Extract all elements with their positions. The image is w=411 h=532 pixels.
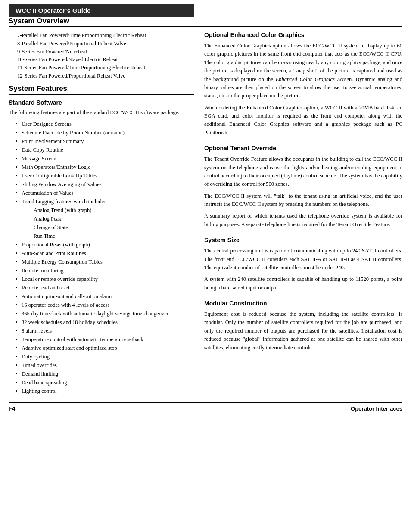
system-size-title: System Size — [204, 236, 402, 243]
feature-item: 16 operator codes with 4 levels of acces… — [16, 301, 194, 309]
feature-item: User Designed Screens — [16, 120, 194, 128]
feature-item: Trend Logging features which include: An… — [16, 197, 194, 240]
feature-item: Dead band spreading — [16, 378, 194, 387]
feature-item: Accumulation of Values — [16, 189, 194, 197]
feature-item: Multiple Energy Consumption Tables — [16, 258, 194, 266]
feature-item: Data Copy Routine — [16, 146, 194, 154]
optional-tenant-para-1: The Tenant Override Feature allows the o… — [204, 155, 402, 189]
footer: I-4 Operator Interfaces — [9, 402, 402, 412]
system-size-section: System Size The central processing unit … — [204, 236, 402, 292]
optional-tenant-title: Optional Tenant Override — [204, 145, 402, 152]
right-column: Optional Enhanced Color Graphics The Enh… — [204, 31, 402, 395]
trend-item: Analog Peak — [34, 215, 194, 223]
feature-item: Math Operators/Enthalpy Logic — [16, 163, 194, 171]
system-features-section: System Features Standard Software The fo… — [9, 84, 194, 396]
left-column: 7-Parallel Fan Powered/Time Proportionin… — [9, 31, 194, 395]
standard-software-section: Standard Software The following features… — [9, 99, 194, 396]
feature-list-1: User Designed Screens Schedule Override … — [16, 120, 194, 395]
feature-item: Local or remote override capability — [16, 275, 194, 283]
trend-sub-list: Analog Trend (with graph) Analog Peak Ch… — [34, 206, 194, 240]
feature-item: Timed overrides — [16, 361, 194, 370]
standard-software-intro: The following features are part of the s… — [9, 109, 194, 117]
italic-phrase: Enhanced Color Graphics Scree — [276, 76, 349, 82]
two-col-layout: 7-Parallel Fan Powered/Time Proportionin… — [9, 31, 402, 395]
optional-color-para-1: The Enhanced Color Graphics option allow… — [204, 42, 402, 100]
optional-color-section: Optional Enhanced Color Graphics The Enh… — [204, 31, 402, 137]
feature-item: Temperature control with automatic tempe… — [16, 335, 194, 344]
feature-item: 32 week schedules and 18 holiday schedul… — [16, 318, 194, 327]
system-size-para-1: The central processing unit is capable o… — [204, 247, 402, 272]
system-size-para-2: A system with 240 satellite controllers … — [204, 275, 402, 292]
feature-item: Auto-Scan and Print Routines — [16, 249, 194, 258]
pre-list: 7-Parallel Fan Powered/Time Proportionin… — [17, 31, 194, 80]
feature-item: Remote monitoring — [16, 266, 194, 275]
feature-item: Adaptive optimized start and optimized s… — [16, 344, 194, 352]
feature-item: Sliding Window Averaging of Values — [16, 180, 194, 189]
standard-software-title: Standard Software — [9, 99, 194, 106]
pre-item-3: 9-Series Fan Powered/No reheat — [17, 48, 194, 56]
feature-item: User Configurable Look Up Tables — [16, 171, 194, 180]
pre-item-5: 11-Series Fan Powered/Time Proportioning… — [17, 64, 194, 72]
feature-item: Automatic print-out and call-out on alar… — [16, 292, 194, 301]
modular-para-1: Equipment cost is reduced because the sy… — [204, 310, 402, 352]
feature-item: Schedule Override by Room Number (or nam… — [16, 128, 194, 137]
header-title: WCC II Operator's Guide — [16, 7, 90, 14]
pre-item-1: 7-Parallel Fan Powered/Time Proportionin… — [17, 31, 194, 40]
feature-item: Demand limiting — [16, 370, 194, 378]
pre-item-4: 10-Series Fan Powered/Staged Electric Re… — [17, 56, 194, 64]
feature-item: Lighting control — [16, 387, 194, 395]
footer-section-name: Operator Interfaces — [351, 405, 402, 412]
feature-item: Remote read and reset — [16, 283, 194, 292]
optional-color-para-2: When ordering the Enhanced Color Graphic… — [204, 104, 402, 137]
trend-item: Run Time — [34, 232, 194, 240]
feature-item: Message Screen — [16, 154, 194, 163]
feature-item: Point Involvement Summary — [16, 137, 194, 146]
system-overview-section: System Overview — [9, 17, 402, 27]
feature-item: 365 day timeclock with automatic dayligh… — [16, 309, 194, 318]
modular-title: Modular Construction — [204, 300, 402, 307]
trend-item: Change of State — [34, 223, 194, 232]
optional-tenant-para-2: The ECC/WCC II system will "talk" to the… — [204, 192, 402, 209]
pre-item-2: 8-Parallel Fan Powered/Proportional Rehe… — [17, 40, 194, 48]
system-features-title: System Features — [9, 84, 194, 95]
trend-item: Analog Trend (with graph) — [34, 206, 194, 215]
header-bar: WCC II Operator's Guide — [9, 4, 194, 17]
feature-item: 8 alarm levels — [16, 327, 194, 335]
optional-color-title: Optional Enhanced Color Graphics — [204, 31, 402, 38]
optional-tenant-para-3: A summary report of which tenants used t… — [204, 212, 402, 229]
feature-item: Proportional Reset (with graph) — [16, 240, 194, 249]
footer-page-number: I-4 — [9, 405, 15, 412]
system-overview-title: System Overview — [9, 17, 402, 27]
modular-section: Modular Construction Equipment cost is r… — [204, 300, 402, 352]
page: WCC II Operator's Guide System Overview … — [0, 0, 411, 416]
optional-tenant-section: Optional Tenant Override The Tenant Over… — [204, 145, 402, 229]
feature-item: Duty cycling — [16, 352, 194, 361]
pre-item-6: 12-Series Fan Powered/Proportional Rehea… — [17, 72, 194, 80]
